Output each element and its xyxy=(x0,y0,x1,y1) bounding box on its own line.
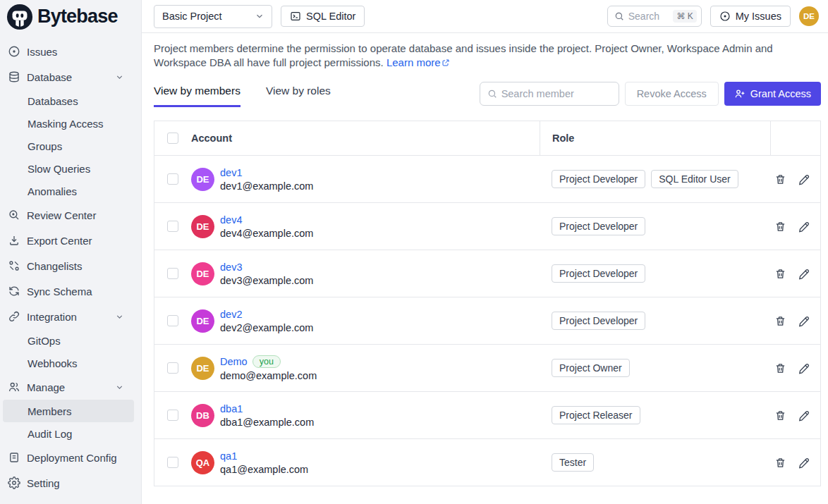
sidebar-item-sync-schema[interactable]: Sync Schema xyxy=(3,278,134,304)
sidebar-item-slow-queries[interactable]: Slow Queries xyxy=(3,157,134,180)
delete-member-button[interactable] xyxy=(774,410,786,422)
select-all-checkbox[interactable] xyxy=(167,133,178,144)
role-badge: SQL Editor User xyxy=(651,170,738,188)
sidebar-item-audit-log[interactable]: Audit Log xyxy=(3,422,134,445)
learn-more-link[interactable]: Learn more xyxy=(386,56,441,68)
sidebar-item-database[interactable]: Database xyxy=(3,64,134,90)
member-search-input[interactable] xyxy=(501,88,611,99)
row-checkbox[interactable] xyxy=(167,315,178,326)
bytebase-logo[interactable]: Bytebase xyxy=(0,0,141,33)
sidebar-item-review-center[interactable]: Review Center xyxy=(3,202,134,228)
avatar: DE xyxy=(191,262,214,285)
avatar: DE xyxy=(191,357,214,380)
sync-refresh-icon xyxy=(7,284,21,298)
sidebar-item-export-center[interactable]: Export Center xyxy=(3,228,134,253)
external-link-icon xyxy=(442,56,450,70)
sidebar-nav: Issues Database Databases Masking Access… xyxy=(0,33,141,496)
table-row: DB dba1 dba1@example.com Project Release… xyxy=(154,391,820,438)
tabs-toolbar-row: View by members View by roles Revoke Acc… xyxy=(154,82,821,110)
delete-member-button[interactable] xyxy=(774,268,786,280)
database-icon xyxy=(7,70,21,84)
users-icon xyxy=(7,380,21,394)
edit-member-button[interactable] xyxy=(798,268,810,280)
project-select[interactable]: Basic Project xyxy=(154,5,272,28)
member-name-link[interactable]: Demo xyxy=(220,356,248,367)
grant-access-button[interactable]: Grant Access xyxy=(724,82,821,106)
role-badge: Project Developer xyxy=(552,170,645,188)
edit-member-button[interactable] xyxy=(798,410,810,422)
trash-icon xyxy=(774,268,786,280)
global-search-input[interactable]: Search ⌘ K xyxy=(607,6,702,27)
tab-view-by-roles[interactable]: View by roles xyxy=(266,85,331,107)
member-name-link[interactable]: dev2 xyxy=(220,309,242,320)
sidebar-item-issues[interactable]: Issues xyxy=(3,39,134,64)
pencil-icon xyxy=(798,221,810,233)
role-badge: Project Developer xyxy=(552,264,645,283)
column-header-account: Account xyxy=(191,133,540,144)
sidebar-item-manage[interactable]: Manage xyxy=(3,374,134,400)
sidebar: Bytebase Issues Database Databases Maski… xyxy=(0,0,142,504)
member-email: dev4@example.com xyxy=(220,228,313,239)
table-row: DE dev4 dev4@example.com Project Develop… xyxy=(154,202,820,250)
row-checkbox[interactable] xyxy=(167,457,178,468)
row-checkbox[interactable] xyxy=(167,221,178,232)
chevron-down-icon xyxy=(115,383,124,392)
delete-member-button[interactable] xyxy=(774,221,786,233)
user-plus-icon xyxy=(734,88,745,99)
member-name-link[interactable]: dev3 xyxy=(220,262,242,273)
row-checkbox[interactable] xyxy=(167,410,178,421)
sidebar-item-members[interactable]: Members xyxy=(3,400,134,422)
you-badge: you xyxy=(252,355,281,368)
pencil-icon xyxy=(798,362,810,374)
column-header-role: Role xyxy=(540,121,770,155)
edit-member-button[interactable] xyxy=(798,315,810,327)
delete-member-button[interactable] xyxy=(774,315,786,327)
member-name-link[interactable]: dev1 xyxy=(220,167,242,178)
revoke-access-button[interactable]: Revoke Access xyxy=(625,82,719,106)
members-table: Account Role DE dev1 dev1@example.com xyxy=(154,121,821,486)
delete-member-button[interactable] xyxy=(774,362,786,374)
row-checkbox[interactable] xyxy=(167,268,178,279)
trash-icon xyxy=(774,315,786,327)
sidebar-item-changelists[interactable]: Changelists xyxy=(3,253,134,278)
sidebar-item-gitops[interactable]: GitOps xyxy=(3,329,134,352)
sidebar-item-setting[interactable]: Setting xyxy=(3,470,134,496)
sidebar-item-integration[interactable]: Integration xyxy=(3,304,134,329)
trash-icon xyxy=(774,173,786,185)
tab-view-by-members[interactable]: View by members xyxy=(154,85,241,107)
review-magnifier-icon xyxy=(7,208,21,222)
edit-member-button[interactable] xyxy=(798,173,810,185)
delete-member-button[interactable] xyxy=(774,457,786,469)
row-checkbox[interactable] xyxy=(167,173,178,185)
user-avatar[interactable]: DE xyxy=(799,6,819,26)
chevron-down-icon xyxy=(115,312,124,321)
app-window: Bytebase Issues Database Databases Maski… xyxy=(0,0,828,504)
edit-member-button[interactable] xyxy=(798,457,810,469)
role-badge: Project Releaser xyxy=(552,406,640,424)
role-badge: Project Developer xyxy=(552,217,645,235)
edit-member-button[interactable] xyxy=(798,221,810,233)
trash-icon xyxy=(774,410,786,422)
avatar: QA xyxy=(191,451,214,474)
delete-member-button[interactable] xyxy=(774,173,786,185)
sidebar-item-groups[interactable]: Groups xyxy=(3,135,134,157)
sidebar-item-webhooks[interactable]: Webhooks xyxy=(3,352,134,374)
download-icon xyxy=(7,233,21,247)
sidebar-item-masking-access[interactable]: Masking Access xyxy=(3,112,134,135)
trash-icon xyxy=(774,362,786,374)
sidebar-item-databases[interactable]: Databases xyxy=(3,90,134,112)
sidebar-item-deployment-config[interactable]: Deployment Config xyxy=(3,445,134,470)
member-email: dev1@example.com xyxy=(220,180,313,192)
edit-member-button[interactable] xyxy=(798,362,810,374)
member-name-link[interactable]: dba1 xyxy=(220,403,243,414)
sidebar-item-anomalies[interactable]: Anomalies xyxy=(3,180,134,202)
row-checkbox[interactable] xyxy=(167,362,178,374)
avatar: DE xyxy=(191,215,214,238)
my-issues-button[interactable]: My Issues xyxy=(710,6,791,27)
link-icon xyxy=(7,309,21,324)
role-badge: Project Developer xyxy=(552,312,645,330)
member-name-link[interactable]: dev4 xyxy=(220,214,242,226)
bytebase-wordmark: Bytebase xyxy=(37,6,118,27)
member-name-link[interactable]: qa1 xyxy=(220,450,237,462)
sql-editor-button[interactable]: SQL Editor xyxy=(281,6,365,27)
